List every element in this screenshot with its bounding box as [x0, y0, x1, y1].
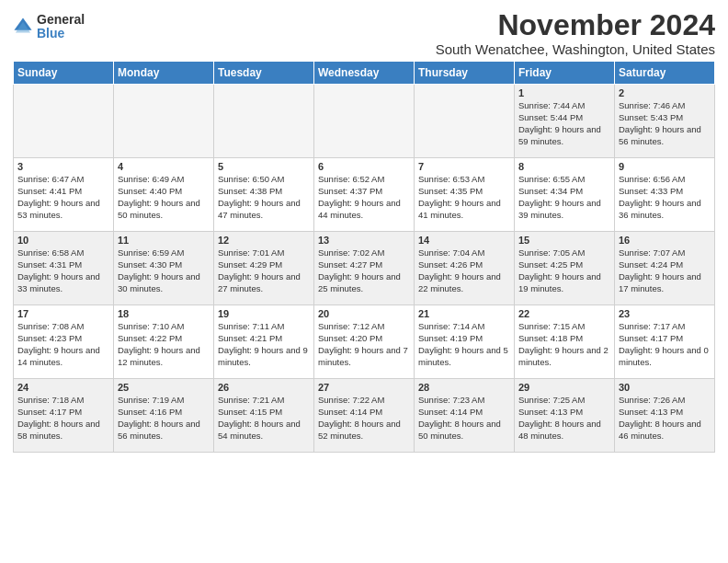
- calendar-cell: 26Sunrise: 7:21 AM Sunset: 4:15 PM Dayli…: [214, 379, 314, 453]
- th-monday: Monday: [114, 62, 214, 85]
- cell-details: Sunrise: 7:25 AM Sunset: 4:13 PM Dayligh…: [518, 395, 610, 442]
- cell-details: Sunrise: 7:21 AM Sunset: 4:15 PM Dayligh…: [218, 395, 310, 442]
- calendar-cell: 17Sunrise: 7:08 AM Sunset: 4:23 PM Dayli…: [14, 305, 114, 379]
- cell-details: Sunrise: 7:44 AM Sunset: 5:44 PM Dayligh…: [518, 100, 610, 147]
- calendar-week-2: 10Sunrise: 6:58 AM Sunset: 4:31 PM Dayli…: [14, 232, 715, 305]
- day-number: 29: [518, 382, 610, 393]
- th-friday: Friday: [515, 62, 615, 85]
- calendar-cell: 25Sunrise: 7:19 AM Sunset: 4:16 PM Dayli…: [114, 379, 214, 453]
- calendar-cell: 30Sunrise: 7:26 AM Sunset: 4:13 PM Dayli…: [615, 379, 715, 453]
- day-number: 19: [218, 308, 310, 319]
- page: General Blue November 2024 South Wenatch…: [0, 0, 728, 563]
- calendar-cell: 29Sunrise: 7:25 AM Sunset: 4:13 PM Dayli…: [515, 379, 615, 453]
- cell-details: Sunrise: 7:17 AM Sunset: 4:17 PM Dayligh…: [619, 321, 711, 368]
- calendar-cell: 16Sunrise: 7:07 AM Sunset: 4:24 PM Dayli…: [615, 232, 715, 305]
- calendar-cell: 24Sunrise: 7:18 AM Sunset: 4:17 PM Dayli…: [14, 379, 114, 453]
- cell-details: Sunrise: 6:56 AM Sunset: 4:33 PM Dayligh…: [619, 174, 711, 221]
- day-number: 26: [218, 382, 310, 393]
- logo-text: General Blue: [37, 13, 85, 41]
- day-number: 27: [318, 382, 410, 393]
- th-sunday: Sunday: [14, 62, 114, 85]
- day-number: 1: [518, 87, 610, 98]
- calendar-cell: 10Sunrise: 6:58 AM Sunset: 4:31 PM Dayli…: [14, 232, 114, 305]
- day-number: 16: [619, 235, 711, 246]
- day-number: 22: [518, 308, 610, 319]
- calendar-cell: 28Sunrise: 7:23 AM Sunset: 4:14 PM Dayli…: [415, 379, 515, 453]
- day-number: 25: [118, 382, 210, 393]
- cell-details: Sunrise: 7:05 AM Sunset: 4:25 PM Dayligh…: [518, 247, 610, 294]
- calendar-cell: 13Sunrise: 7:02 AM Sunset: 4:27 PM Dayli…: [314, 232, 415, 305]
- cell-details: Sunrise: 6:55 AM Sunset: 4:34 PM Dayligh…: [518, 174, 610, 221]
- calendar-cell: [14, 85, 114, 158]
- calendar-cell: 12Sunrise: 7:01 AM Sunset: 4:29 PM Dayli…: [214, 232, 314, 305]
- th-thursday: Thursday: [415, 62, 515, 85]
- day-number: 21: [418, 308, 510, 319]
- th-wednesday: Wednesday: [314, 62, 415, 85]
- calendar-cell: [114, 85, 214, 158]
- day-number: 8: [518, 161, 610, 172]
- cell-details: Sunrise: 7:01 AM Sunset: 4:29 PM Dayligh…: [218, 247, 310, 294]
- calendar-cell: 1Sunrise: 7:44 AM Sunset: 5:44 PM Daylig…: [515, 85, 615, 158]
- calendar-table: Sunday Monday Tuesday Wednesday Thursday…: [13, 61, 715, 453]
- day-number: 14: [418, 235, 510, 246]
- title-section: November 2024 South Wenatchee, Washingto…: [436, 9, 715, 57]
- calendar-cell: 19Sunrise: 7:11 AM Sunset: 4:21 PM Dayli…: [214, 305, 314, 379]
- calendar-cell: 7Sunrise: 6:53 AM Sunset: 4:35 PM Daylig…: [415, 158, 515, 232]
- day-number: 11: [118, 235, 210, 246]
- cell-details: Sunrise: 7:07 AM Sunset: 4:24 PM Dayligh…: [619, 247, 711, 294]
- day-number: 9: [619, 161, 711, 172]
- calendar-week-1: 3Sunrise: 6:47 AM Sunset: 4:41 PM Daylig…: [14, 158, 715, 232]
- cell-details: Sunrise: 6:58 AM Sunset: 4:31 PM Dayligh…: [17, 247, 109, 294]
- cell-details: Sunrise: 6:47 AM Sunset: 4:41 PM Dayligh…: [17, 174, 109, 221]
- cell-details: Sunrise: 6:59 AM Sunset: 4:30 PM Dayligh…: [118, 247, 210, 294]
- calendar-cell: [314, 85, 415, 158]
- cell-details: Sunrise: 7:02 AM Sunset: 4:27 PM Dayligh…: [318, 247, 410, 294]
- calendar-cell: 21Sunrise: 7:14 AM Sunset: 4:19 PM Dayli…: [415, 305, 515, 379]
- cell-details: Sunrise: 7:19 AM Sunset: 4:16 PM Dayligh…: [118, 395, 210, 442]
- cell-details: Sunrise: 7:15 AM Sunset: 4:18 PM Dayligh…: [518, 321, 610, 368]
- calendar-cell: 8Sunrise: 6:55 AM Sunset: 4:34 PM Daylig…: [515, 158, 615, 232]
- day-number: 18: [118, 308, 210, 319]
- calendar-cell: 18Sunrise: 7:10 AM Sunset: 4:22 PM Dayli…: [114, 305, 214, 379]
- day-number: 13: [318, 235, 410, 246]
- cell-details: Sunrise: 7:12 AM Sunset: 4:20 PM Dayligh…: [318, 321, 410, 368]
- day-number: 3: [17, 161, 109, 172]
- th-tuesday: Tuesday: [214, 62, 314, 85]
- cell-details: Sunrise: 7:18 AM Sunset: 4:17 PM Dayligh…: [17, 395, 109, 442]
- calendar-cell: 14Sunrise: 7:04 AM Sunset: 4:26 PM Dayli…: [415, 232, 515, 305]
- logo-icon: [13, 17, 33, 37]
- th-saturday: Saturday: [615, 62, 715, 85]
- day-number: 10: [17, 235, 109, 246]
- calendar-week-4: 24Sunrise: 7:18 AM Sunset: 4:17 PM Dayli…: [14, 379, 715, 453]
- cell-details: Sunrise: 7:23 AM Sunset: 4:14 PM Dayligh…: [418, 395, 510, 442]
- day-number: 7: [418, 161, 510, 172]
- cell-details: Sunrise: 7:08 AM Sunset: 4:23 PM Dayligh…: [17, 321, 109, 368]
- cell-details: Sunrise: 6:49 AM Sunset: 4:40 PM Dayligh…: [118, 174, 210, 221]
- calendar-cell: 4Sunrise: 6:49 AM Sunset: 4:40 PM Daylig…: [114, 158, 214, 232]
- calendar-week-3: 17Sunrise: 7:08 AM Sunset: 4:23 PM Dayli…: [14, 305, 715, 379]
- header-row: Sunday Monday Tuesday Wednesday Thursday…: [14, 62, 715, 85]
- calendar-cell: 2Sunrise: 7:46 AM Sunset: 5:43 PM Daylig…: [615, 85, 715, 158]
- day-number: 6: [318, 161, 410, 172]
- calendar-cell: 23Sunrise: 7:17 AM Sunset: 4:17 PM Dayli…: [615, 305, 715, 379]
- day-number: 2: [619, 87, 711, 98]
- logo-general-text: General: [37, 13, 85, 27]
- month-title: November 2024: [436, 9, 715, 41]
- day-number: 20: [318, 308, 410, 319]
- day-number: 24: [17, 382, 109, 393]
- calendar-cell: 6Sunrise: 6:52 AM Sunset: 4:37 PM Daylig…: [314, 158, 415, 232]
- day-number: 30: [619, 382, 711, 393]
- cell-details: Sunrise: 7:04 AM Sunset: 4:26 PM Dayligh…: [418, 247, 510, 294]
- cell-details: Sunrise: 6:50 AM Sunset: 4:38 PM Dayligh…: [218, 174, 310, 221]
- calendar-cell: 22Sunrise: 7:15 AM Sunset: 4:18 PM Dayli…: [515, 305, 615, 379]
- cell-details: Sunrise: 7:10 AM Sunset: 4:22 PM Dayligh…: [118, 321, 210, 368]
- calendar-cell: 9Sunrise: 6:56 AM Sunset: 4:33 PM Daylig…: [615, 158, 715, 232]
- logo: General Blue: [13, 13, 85, 41]
- header: General Blue November 2024 South Wenatch…: [13, 9, 715, 57]
- cell-details: Sunrise: 6:52 AM Sunset: 4:37 PM Dayligh…: [318, 174, 410, 221]
- calendar-cell: 20Sunrise: 7:12 AM Sunset: 4:20 PM Dayli…: [314, 305, 415, 379]
- location-subtitle: South Wenatchee, Washington, United Stat…: [436, 41, 715, 57]
- calendar-cell: [214, 85, 314, 158]
- calendar-week-0: 1Sunrise: 7:44 AM Sunset: 5:44 PM Daylig…: [14, 85, 715, 158]
- calendar-cell: 3Sunrise: 6:47 AM Sunset: 4:41 PM Daylig…: [14, 158, 114, 232]
